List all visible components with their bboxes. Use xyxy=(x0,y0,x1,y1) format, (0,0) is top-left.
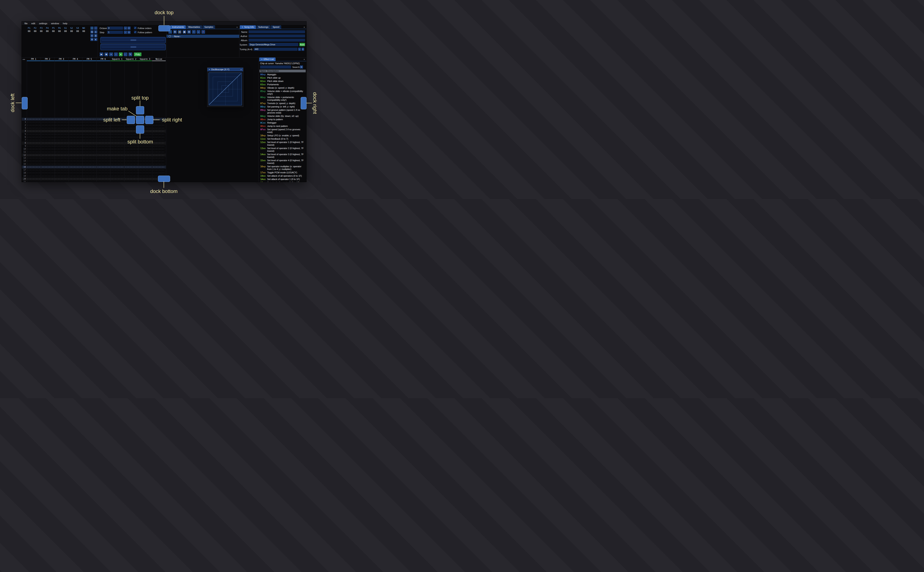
system-field[interactable]: Sega Genesis/Mega Drive xyxy=(249,43,298,46)
channel-header-square-3[interactable]: Square 3 xyxy=(138,58,152,61)
effect-row[interactable]: 16xySet operator multiplier (x: operator… xyxy=(259,165,306,171)
dock-right-target[interactable] xyxy=(301,97,307,109)
play-one-row-button[interactable]: » xyxy=(109,53,113,56)
close-song-info-button[interactable]: × xyxy=(303,26,305,28)
split-left-target[interactable] xyxy=(127,116,135,124)
pattern-row[interactable]: 6 xyxy=(22,136,166,138)
effect-row[interactable]: 1AxxSet attack of operator 1 (0 to 1F) xyxy=(259,177,306,181)
split-right-target[interactable] xyxy=(145,116,153,124)
tab-instruments[interactable]: Instruments xyxy=(170,25,186,29)
effect-row[interactable]: 0CxxRetrigger xyxy=(259,121,306,124)
edit-toggle-button[interactable]: ● xyxy=(119,53,123,56)
split-bottom-target[interactable] xyxy=(136,126,144,134)
effect-row[interactable]: 09xySet groove pattern (speed 1 if no gr… xyxy=(259,108,306,114)
effect-row[interactable]: 06xyVolume slide + portamento (compatibi… xyxy=(259,96,306,102)
pattern-row[interactable]: 2 xyxy=(22,124,166,127)
channel-header-fm-4[interactable]: FM 4 xyxy=(69,58,83,61)
effect-row[interactable]: 13xxSet level of operator 2 (0 highest, … xyxy=(259,146,306,152)
pattern-row[interactable]: 10 xyxy=(22,148,166,151)
move-order-up-button[interactable]: ∧ xyxy=(94,30,97,33)
tab-song-info[interactable]: ▼Song Info xyxy=(240,25,256,29)
octave-decrease-button[interactable]: - xyxy=(124,26,127,30)
menu-item-settings[interactable]: settings xyxy=(37,22,49,25)
effect-row[interactable]: 05xyVolume slide + vibrato (compatibilit… xyxy=(259,90,306,96)
tuning-decrease-button[interactable]: - xyxy=(298,48,301,51)
tab-wavetables[interactable]: Wavetables xyxy=(186,25,202,29)
order-cell[interactable]: 00 xyxy=(33,30,38,33)
effect-row[interactable]: 0FxxSet speed (speed 2 if no grooves exi… xyxy=(259,128,306,134)
open-instrument-button[interactable]: ▤ xyxy=(178,30,181,34)
effect-row[interactable]: 0AxyVolume slide (0y: down; x0: up) xyxy=(259,114,306,118)
tab-effect-list[interactable]: ▼Effect List xyxy=(259,58,276,61)
follow-orders-checkbox[interactable]: ✓ xyxy=(134,26,137,29)
pattern-row[interactable]: 17 xyxy=(22,168,166,171)
channel-header-square-1[interactable]: Square 1 xyxy=(110,58,124,61)
piano-widget[interactable] xyxy=(100,37,166,50)
pattern-row[interactable]: 14 xyxy=(22,160,166,162)
duplicate-order-end-button[interactable]: ⇊ xyxy=(94,34,97,37)
oscilloscope-title-bar[interactable]: ▼Oscilloscope (X-Y) × xyxy=(207,68,243,71)
order-cell[interactable]: 00 xyxy=(51,30,56,33)
save-instrument-button[interactable]: ▣ xyxy=(183,30,186,34)
order-change-all-button[interactable]: ∗ xyxy=(90,38,93,41)
tab-subsongs[interactable]: Subsongs xyxy=(256,25,270,29)
order-cell[interactable]: 00 xyxy=(39,30,44,33)
effect-row[interactable]: 07xyTremolo (x: speed; y: depth) xyxy=(259,102,306,105)
duplicate-order-button[interactable]: ⧉ xyxy=(90,30,93,33)
step-decrease-button[interactable]: - xyxy=(124,31,127,34)
pattern-row[interactable]: 9 xyxy=(22,145,166,148)
order-cell[interactable]: 00 xyxy=(57,30,62,33)
instrument-item-none[interactable]: - None - xyxy=(167,35,239,38)
repeat-pattern-button[interactable]: ↻ xyxy=(128,53,132,56)
close-instruments-button[interactable]: × xyxy=(236,26,238,28)
tab-speed[interactable]: Speed xyxy=(271,25,281,29)
follow-pattern-checkbox[interactable]: ✓ xyxy=(134,31,137,33)
stop-button[interactable]: ↓ xyxy=(114,53,118,56)
effect-row[interactable]: 1BxxSet attack of operator 2 (0 to 1F) xyxy=(259,181,306,182)
move-order-down-button[interactable]: ∨ xyxy=(90,34,93,37)
auto-system-button[interactable]: Auto xyxy=(299,43,305,46)
channel-header-fm-3[interactable]: FM 3 xyxy=(55,58,69,61)
effect-row[interactable]: 04xyVibrato (x: speed; y: depth) xyxy=(259,86,306,90)
move-instrument-down-button[interactable]: ↓ xyxy=(197,30,200,34)
order-cell[interactable]: 00 xyxy=(75,30,80,33)
order-edit-mode-button[interactable]: ▸ xyxy=(94,38,97,41)
effect-row[interactable]: 14xxSet level of operator 3 (0 highest, … xyxy=(259,152,306,159)
pattern-row[interactable]: 19 xyxy=(22,174,166,177)
channel-header-fm-2[interactable]: FM 2 xyxy=(41,58,55,61)
close-effect-list-button[interactable]: × xyxy=(303,58,305,61)
effect-row[interactable]: 0DxxJump to next pattern xyxy=(259,124,306,128)
effect-row[interactable]: 17xxToggle PCM mode (LEGACY) xyxy=(259,171,306,174)
menu-item-file[interactable]: file xyxy=(23,22,30,25)
step-input[interactable]: 1 xyxy=(107,31,123,34)
make-tab-target[interactable] xyxy=(136,116,144,124)
octave-increase-button[interactable]: + xyxy=(128,26,131,30)
piano-upper-row[interactable] xyxy=(100,37,166,43)
pattern-row[interactable]: 20 xyxy=(22,177,166,180)
duplicate-instrument-button[interactable]: ⧉ xyxy=(173,30,177,34)
dock-left-target[interactable] xyxy=(22,97,28,109)
effect-row[interactable]: 02xxPitch slide down xyxy=(259,79,306,83)
pattern-row[interactable]: 1 xyxy=(22,121,166,124)
effect-row[interactable]: 00xyArpeggio xyxy=(259,73,306,76)
pattern-row[interactable]: 16 xyxy=(22,166,166,168)
channel-header-square-2[interactable]: Square 2 xyxy=(124,58,138,61)
add-order-button[interactable]: + xyxy=(90,26,93,30)
pattern-row[interactable]: 5 xyxy=(22,133,166,136)
dock-top-target[interactable] xyxy=(158,25,170,31)
tab-samples[interactable]: Samples xyxy=(203,25,215,29)
order-cell[interactable]: 00 xyxy=(69,30,74,33)
order-cell[interactable]: 00 xyxy=(81,30,86,33)
effect-row[interactable]: 12xxSet level of operator 1 (0 highest, … xyxy=(259,140,306,146)
piano-lower-row[interactable] xyxy=(100,44,166,50)
effect-row[interactable]: 01xxPitch slide up xyxy=(259,76,306,79)
play-pattern-button[interactable]: ◉ xyxy=(104,53,108,56)
octave-input[interactable]: 3 xyxy=(107,26,123,30)
pattern-row[interactable]: 4 xyxy=(22,130,166,132)
close-oscilloscope-button[interactable]: × xyxy=(240,68,242,72)
play-button[interactable]: ▶ xyxy=(100,53,103,56)
instrument-folders-button[interactable]: ⊞ xyxy=(187,30,191,34)
channel-header-noise[interactable]: Noise xyxy=(152,58,166,61)
collapse-icon[interactable]: ▼ xyxy=(261,59,263,60)
tuning-increase-button[interactable]: + xyxy=(302,48,304,51)
